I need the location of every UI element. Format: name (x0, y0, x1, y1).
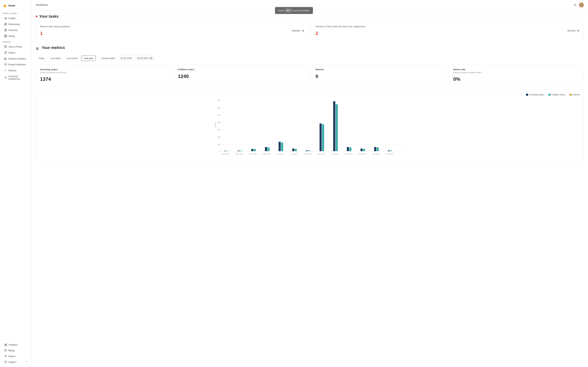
svg-rect-63 (388, 150, 390, 151)
sidebar-item-restocking-label: Restocking (9, 23, 20, 25)
svg-rect-62 (377, 148, 379, 151)
metric-card-returns: Returns 0 (311, 65, 446, 86)
svg-rect-1 (4, 6, 6, 7)
sidebar-item-support[interactable]: Support (1, 359, 30, 365)
supply-chain-section-label: SUPPLY CHAIN (0, 10, 31, 15)
delivery-chart-icon (4, 57, 7, 60)
tab-last-year[interactable]: Last year (81, 56, 96, 61)
sidebar-item-delivery-analytics[interactable]: Delivery Analytics (1, 56, 30, 61)
svg-rect-59 (361, 149, 363, 151)
sidebar-item-claims[interactable]: Claims (1, 353, 30, 359)
svg-rect-17 (6, 344, 7, 346)
svg-point-3 (5, 19, 5, 19)
rules-icon (4, 45, 7, 48)
svg-rect-6 (6, 35, 7, 36)
legend-returns: Returns (570, 93, 580, 96)
sidebar-item-billing[interactable]: Billing (1, 348, 30, 353)
sidebar-item-orders[interactable]: Orders (1, 50, 30, 55)
fullscreen-prefix: Press (278, 9, 284, 12)
svg-rect-49 (292, 149, 294, 151)
sidebar-item-kitting-label: Kitting (9, 35, 15, 37)
svg-rect-54 (322, 124, 324, 151)
task-returns-resolve-button[interactable]: Resolve (292, 29, 304, 32)
sidebar-logo[interactable]: Home (0, 2, 31, 10)
chart-container: Incoming orders Fulfilled orders Returns (36, 90, 584, 163)
task-skus-resolve-button[interactable]: Resolve (567, 29, 579, 32)
svg-text:100: 100 (217, 143, 221, 146)
svg-text:0: 0 (219, 150, 221, 152)
external-link-icon (25, 361, 27, 363)
sidebar-item-orders-label: Orders (9, 51, 15, 54)
svg-rect-52 (308, 150, 311, 151)
date-to: 02.02.2023 (137, 57, 148, 60)
date-range-picker[interactable]: 02.02.2022 → 02.02.2023 (118, 56, 155, 61)
legend-fulfilled-label: Fulfilled orders (552, 93, 565, 96)
svg-text:Sep 2022: Sep 2022 (318, 153, 325, 155)
x-axis-labels: Feb 2022 Mar 2022 Apr 2022 May 2022 Jun … (222, 153, 393, 155)
svg-rect-18 (5, 350, 7, 351)
sidebar-item-analytics[interactable]: Analytics (1, 342, 30, 347)
task-returns-resolve-label: Resolve (292, 29, 300, 32)
metrics-section-header: Your metrics (36, 45, 584, 53)
tab-today[interactable]: Today (36, 56, 47, 61)
resolve-arrow-icon-2 (577, 29, 579, 32)
support-icon (4, 360, 7, 363)
page-title: Dashboard (36, 3, 48, 6)
chart-area: 700 600 500 400 300 200 100 0 Orders (39, 99, 580, 159)
sidebar-item-inventory-label: Inventory (9, 29, 18, 32)
sidebar-item-support-label: Support (9, 361, 17, 363)
legend-fulfilled: Fulfilled orders (548, 93, 565, 96)
avatar[interactable] (579, 2, 584, 7)
svg-rect-43 (251, 149, 253, 151)
sidebar-item-claims-label: Claims (9, 355, 15, 358)
settings-icon[interactable] (573, 3, 577, 7)
billing-icon (4, 349, 7, 352)
svg-text:Feb 2023: Feb 2023 (386, 153, 393, 155)
metric-fulfilled-value: 1240 (178, 74, 304, 79)
metric-return-rate-value: 0% (453, 76, 579, 82)
svg-rect-48 (281, 143, 283, 151)
tasks-grid: Returns that require guidance 1 Resolve … (36, 22, 584, 40)
tab-last-month[interactable]: Last month (64, 56, 80, 61)
svg-rect-39 (224, 151, 226, 151)
sidebar-item-freight[interactable]: Freight (1, 15, 30, 21)
metric-fulfilled-title: Fulfilled orders (178, 68, 304, 71)
svg-rect-64 (390, 151, 392, 151)
orders-icon (4, 51, 7, 54)
sidebar-item-billing-label: Billing (9, 349, 15, 352)
svg-rect-47 (279, 142, 281, 151)
metric-incoming-desc: Orders received from all shops (40, 71, 166, 74)
tab-last-week[interactable]: Last week (48, 56, 63, 61)
svg-rect-8 (6, 36, 7, 37)
sidebar-item-inventory[interactable]: Inventory (1, 27, 30, 33)
svg-text:Feb 2022: Feb 2022 (222, 153, 230, 155)
metrics-icon (36, 47, 40, 51)
partial-icon (4, 63, 7, 66)
sidebar-item-restocking[interactable]: Restocking (1, 21, 30, 27)
svg-text:Aug 2022: Aug 2022 (304, 153, 311, 155)
task-skus-resolve-label: Resolve (567, 29, 576, 32)
svg-text:Dec 2022: Dec 2022 (359, 153, 366, 155)
calendar-icon (150, 57, 152, 60)
svg-text:Jul 2022: Jul 2022 (291, 153, 297, 155)
svg-point-14 (5, 76, 6, 78)
task-card-skus-left: Number of SKUs that still need to be cat… (316, 25, 365, 36)
tab-choose-dates[interactable]: Choose dates (99, 56, 118, 61)
sidebar-item-returns[interactable]: Returns (1, 68, 30, 73)
metric-card-incoming: Incoming orders Orders received from all… (36, 65, 171, 86)
metric-incoming-title: Incoming orders (40, 68, 166, 71)
svg-rect-40 (226, 151, 229, 151)
svg-rect-51 (306, 150, 308, 151)
sidebar-item-returns-label: Returns (9, 69, 17, 72)
fullscreen-suffix: to exit full screen (293, 9, 310, 12)
sidebar-item-partial[interactable]: Partial Fulfillment (1, 62, 30, 67)
svg-text:Apr 2022: Apr 2022 (250, 153, 257, 155)
sidebar-item-addon-rules[interactable]: Add-on Rules (1, 44, 30, 50)
bar-chart-svg: 700 600 500 400 300 200 100 0 Orders (39, 99, 580, 158)
metric-card-return-rate: Return rate Returns divided by fulfilled… (449, 65, 584, 86)
date-from: 02.02.2022 (121, 57, 132, 60)
svg-rect-16 (5, 344, 6, 346)
sidebar-item-customer-experience[interactable]: Customer Experience (1, 74, 30, 82)
svg-point-19 (5, 361, 7, 363)
sidebar-item-kitting[interactable]: Kitting (1, 33, 30, 39)
